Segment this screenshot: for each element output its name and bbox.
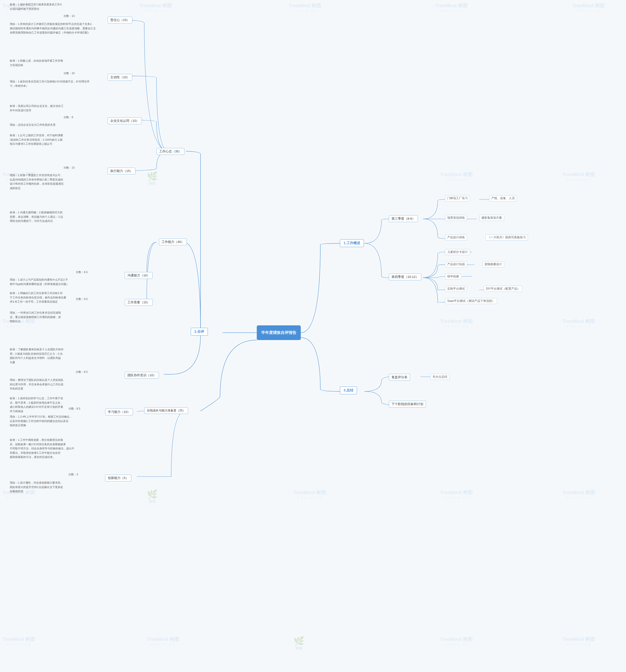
sub-chuangxin: 创新能力（5） [105,475,131,481]
sub-q4: 第四季度（10-12） [389,273,421,280]
leaf-scene-planning: 场景策划训练 [445,215,467,221]
leaf-saas-test: Saas平台测试（测试产品下单流程） [445,298,497,304]
tuandui-reason: 理由：整理当下团队的目标以及个人所处组队的位置与作用，并且未来会承接什么工作以及… [10,378,64,391]
branch-zongjie: 3.总结 [340,386,357,394]
watermark-4: TreeMind 树图 s h u t u . c n [435,2,468,13]
xuexi-reason: 理由：1.2.4年上半年学习计划，根据工作总结确点，以及对补措施2.工作过程中收… [10,415,72,428]
sub-qiyewenhua: 企业文化认同（10） [107,117,142,124]
qiyewenhua-score: 分数：8 [64,116,73,119]
zhudong-score: 分数：10 [64,71,75,75]
goutong-reason: 理由：1.设计上与产品策划的沟通有什么不足2.不错中与jal的沟通有哪些改进（列… [10,278,69,286]
leaf-flower-factory-detail: 产线、设备、人员 [489,195,517,201]
sub-mubiao: 下个阶段的目标和计划 [389,401,426,408]
watermark-15: TreeMind 树图 s h u t u . c n [294,489,326,499]
xuexi-standard: 标准：1.保持良好的学习心态，工作中善于尝试，勤于思考；2.能及时发现自身不足之… [10,396,63,413]
tuandui-score: 分数：8.5 [76,370,87,374]
zexin-standard: 标准：1.做好本职工作2.能承担更多的工作3.出现问题时敢于承担责任 [10,2,62,11]
sub-fupan: 复盘评分表 [389,374,410,381]
goutong-standard: 标准：1.沟通主题明确；2.能准确领悟对方的意图，表达清晰，有说服力的个人观点；… [10,210,63,223]
watermark-2: TreeMind 树图 s h u t u . c n [140,2,172,13]
zhudong-standard: 标准：1.积极上进，自动自发地开展工作并努力实现目标 [10,59,63,67]
leaf-flower-factory: 门鲜花工厂实习 [445,195,470,201]
sub-q3: 第三季度（8-9） [389,215,418,222]
zhudong-reason: 理由：1.收到任务后完排工作计划表格2.针对技能不足，针对理论学习（举例书本） [10,79,90,88]
qiyewenhua-standard: 标准：高度认同公司的企业文化，能主动在工作中对其进行宣导 [10,104,64,113]
leaf-children-card: 儿童积分卡设计 [445,249,470,255]
leaf-shidian: 失分点总结 [430,374,449,380]
zhixing-score: 分数：13 [64,166,75,170]
xuexi-score: 分数：8.5 [69,407,80,410]
chuangxin-standard: 标准：1.工作中偶有创新，部分创新想法未落实，创新效果一般2.针对排任务的自身斯… [10,438,74,459]
qiyewenhua-reason: 理由：总结企业文化与工作性质的关系 [10,123,55,127]
zexin-reason: 理由：1.所有的设计工作都尽己所能在规定的时间节点内完成了任务2.测试期间经常遇… [10,22,96,35]
zhiliang-standard: 标准：1.明确自己的工作任务和工作目标2.对于工作任务的标准化意识强，操作达到标… [10,291,66,304]
watermark-7: 🌿 树图 [147,171,158,186]
branch-ziping: 2.自评 [191,328,208,336]
chuangxin-reason: 理由：1.设计属性，对自身创新能力要求高，因此有很大的提升空间2.比起输出当下更… [10,481,63,494]
sub-xuexi: 学习能力（10） [105,409,133,415]
watermark-20: 🌿 树图 [294,636,304,651]
sub-zhixing: 执行能力（15） [107,168,135,174]
sub-zhiliang: 工作质量（15） [125,299,153,306]
watermark-16: TreeMind 树图 s h u t u . c n [440,489,473,499]
watermark-19: TreeMind 树图 s h u t u . c n [147,636,179,646]
sub-gongzuoxintai: 工作心态（35） [156,148,184,155]
zhiliang-score: 分数：9.5 [76,297,87,301]
leaf-product-design-training: 产品设计训练 [445,234,467,240]
sub-tuandui: 团队协作意识（10） [125,372,159,379]
leaf-product-design-battle: 产品设计实战 [445,261,467,267]
goutong-score: 分数：6.5 [76,270,87,274]
leaf-study-booklet: 研学组册 [445,273,461,280]
leaf-product-design-training-detail: 《一川风月》国风写真集练习 [485,234,528,240]
zhixing-standard: 标准：1.认可上级的工作安排，对于临时调整/追加的工作任务没有怨言；2.100%… [10,133,63,146]
watermark-14: 🌿 树图 [147,489,158,504]
watermark-9: TreeMind 树图 s h u t u . c n [562,171,595,181]
watermark-8: TreeMind 树图 s h u t u . c n [440,171,473,181]
zhiliang-reason: 理由：一列举自己的工作任务并总结完成情况，重点描述宠物明细工作遇到的困难，讲明的… [10,311,61,323]
leaf-platform-test: 定制平台测试 [445,286,467,292]
main-container: TreeMind 树图 s h u t u . c n TreeMind 树图 … [0,0,626,672]
gongzuoxintai-label: 工作心态（35） [159,149,182,153]
tuandui-standard: 标准：了解团队整体目标及个人在团队中的作用；2.能多为组队目标的实现尽己之力；3… [10,347,64,364]
sub-zhudong: 主动性（10） [107,74,132,81]
sub-gongneng: 工作能力（40） [159,239,187,245]
branch-gongzuoshu: 1.工作概述 [340,239,364,247]
watermark-18: TreeMind 树图 s h u t u . c n [2,636,35,646]
chuangxin-score: 分数：3 [69,473,78,476]
watermark-5: TreeMind 树图 s h u t u . c n [572,2,605,13]
watermark-11: TreeMind 树图 s h u t u . c n [440,318,473,328]
center-node: 半年度绩效自评报告 [257,326,301,340]
watermark-12: TreeMind 树图 s h u t u . c n [562,318,595,328]
watermark-21: TreeMind 树图 s h u t u . c n [440,636,473,646]
watermark-3: TreeMind 树图 s h u t u . c n [289,2,321,13]
leaf-diy-test: DIY平台测试（配置产品） [484,286,522,292]
watermark-17: TreeMind 树图 s h u t u . c n [562,489,595,499]
zhixing-reason: 理由：1.对第一季度的工作安排简述与认可，以及对结绩的工作有何帮助2.第二季度完… [10,173,64,190]
leaf-pet-album: 宠物相册设计 [482,261,504,267]
connector-svg [0,0,626,672]
sub-zexin: 责任心（15） [107,17,132,23]
sub-ziwochengzhang: 自我成长与能力准备度（25） [144,407,188,414]
leaf-scene-planning-detail: 摄影集策划方案 [479,215,504,221]
svg-line-1 [301,245,337,333]
sub-goutong: 沟通能力（10） [125,272,153,279]
watermark-22: TreeMind 树图 s h u t u . c n [562,636,595,646]
zexin-score: 分数：13 [64,14,75,18]
